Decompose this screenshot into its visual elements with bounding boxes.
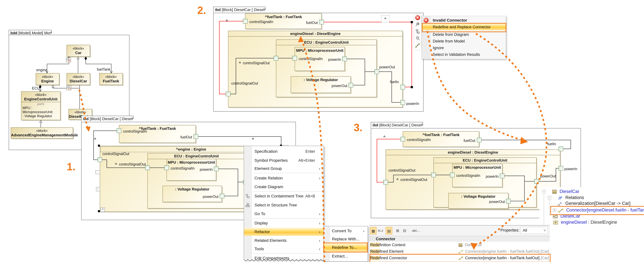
block-icon — [552, 190, 557, 194]
menu-item-select-in-structure-tree[interactable]: Select in Structure Tree — [244, 201, 324, 209]
ibd2-port-engine-powerin[interactable] — [400, 100, 405, 105]
find-in-diagram-button[interactable] — [414, 21, 422, 28]
ibd3-invalid-connector-controlsignal — [377, 139, 400, 182]
sort-alphabetic-icon[interactable]: A↓z — [377, 227, 384, 234]
containment-tree-icon — [246, 194, 250, 198]
tree-expand-toggle[interactable]: + — [553, 208, 556, 212]
submenu-item-redefine-to[interactable]: Redefine To... — [324, 244, 368, 252]
menu-separator — [253, 253, 322, 254]
popup-title: Invalid Connector — [433, 18, 467, 23]
ibd1-port-mpu-powerin[interactable] — [214, 166, 218, 171]
properties-filter-label: Properties: — [500, 228, 520, 232]
generalization-triangle — [77, 57, 79, 59]
diagram-anchor-icon[interactable] — [66, 86, 71, 90]
connector-endpoint — [411, 86, 413, 88]
popup-item-redefine-and-replace[interactable]: Redefine and Replace Connector — [422, 24, 506, 30]
connector-tool-button[interactable] — [414, 42, 422, 49]
ibd3-port-mpu-powerin[interactable] — [500, 174, 504, 178]
ibd1-port-controlsignalin[interactable] — [117, 128, 121, 133]
ibd3-port-engine-powerin[interactable] — [558, 166, 563, 170]
ibd3-port-ecu-controlsignalout[interactable] — [431, 173, 436, 177]
anchor-dots-icon[interactable]: … — [96, 170, 100, 174]
ibd2-invalid-connector-fuel — [324, 22, 412, 87]
inherited-caret: ^ — [94, 137, 96, 142]
ibd2-port-mpu-powerin[interactable] — [342, 56, 347, 61]
diagram-anchor-icon[interactable] — [66, 58, 71, 62]
inherited-caret: ^ — [252, 137, 254, 142]
ibd1-port-engine-controlsignalout[interactable] — [98, 158, 102, 162]
property-row-redefined-element[interactable]: Redefined Element Connector[engine.fuelI… — [369, 248, 550, 255]
ibd1-port-mpu-controlsignalin[interactable] — [164, 166, 169, 170]
ibd2-port-engine-controlsignalout[interactable] — [226, 92, 230, 96]
abc-icon[interactable]: abc… — [412, 227, 419, 234]
tree-item-enginediesel[interactable]: P engineDiesel : DieselEngine — [553, 219, 617, 225]
menu-item-specification[interactable]: SpecificationEnter — [244, 148, 324, 156]
ibd2-port-vr-powerout[interactable] — [348, 83, 353, 88]
validation-error-button[interactable]: ✕ — [414, 14, 422, 21]
ibd3-port-fuelout[interactable] — [477, 138, 482, 142]
collapse-all-icon[interactable]: ⊟ — [401, 227, 408, 234]
popup-item-delete-from-diagram[interactable]: Delete from Diagram — [422, 31, 506, 38]
menu-item-create-relation[interactable]: Create Relation› — [244, 174, 324, 182]
composite-diamond — [84, 57, 87, 60]
ibd3-port-mpu-controlsignalin[interactable] — [450, 173, 454, 177]
menu-item-refactor[interactable]: Refactor› — [244, 228, 324, 236]
properties-section-connector[interactable]: − Connector — [369, 236, 550, 242]
port-label-powerin: powerIn — [406, 102, 419, 106]
compact-view-icon[interactable]: ▤ — [386, 227, 392, 234]
ibd1-connector-power — [218, 169, 238, 196]
menu-separator — [253, 218, 322, 218]
magnifier-icon — [415, 22, 420, 27]
ibd2-port-controlsignalin[interactable] — [243, 19, 248, 24]
menu-item-tools[interactable]: Tools› — [244, 245, 324, 253]
validation-toolbar: ✕ — [414, 14, 422, 50]
ibd2-port-ecu-controlsignalout[interactable] — [274, 56, 278, 60]
ibd3-port-engine-controlsignalout[interactable] — [383, 180, 388, 184]
tree-item-dieselcar[interactable]: DieselCar — [552, 188, 579, 194]
ibd1-port-fuelout[interactable] — [194, 134, 198, 139]
collapse-minus-icon[interactable]: − — [96, 187, 100, 191]
zoom-out-button[interactable] — [414, 35, 422, 42]
ibd2-port-fuelout[interactable] — [319, 20, 324, 24]
popup-item-ignore[interactable]: Ignore — [422, 44, 506, 51]
menu-item-related-elements[interactable]: Related Elements› — [244, 236, 324, 244]
tree-item-dieselcar-diagram[interactable]: DieselCar — [553, 213, 580, 219]
popup-item-delete-from-model[interactable]: Delete from Model — [422, 38, 506, 44]
tree-collapse-toggle[interactable]: − — [542, 190, 546, 193]
ibd3-port-controlsignalin[interactable] — [400, 137, 405, 142]
ibd3-port-ecu-powerout[interactable] — [534, 179, 539, 184]
tree-item-generalization[interactable]: Generalization[DieselCar -> Car] — [558, 200, 630, 206]
tree-item-connector[interactable]: Connector[engineDiesel.fuelIn - fuelTank… — [558, 207, 644, 213]
section-collapse-icon[interactable]: − — [370, 237, 374, 241]
property-row-redefined-connector[interactable]: Redefined Connector Connector[engine.fue… — [369, 255, 550, 262]
menu-item-go-to[interactable]: Go To› — [244, 210, 324, 218]
ibd2-port-mpu-controlsignalin[interactable] — [292, 56, 297, 60]
ibd3-port-engine-fuelin[interactable] — [558, 146, 563, 151]
ibd2-port-ecu-powerout[interactable] — [374, 69, 379, 74]
expand-all-icon[interactable]: ⊞ — [394, 227, 401, 234]
menu-item-select-in-containment-tree[interactable]: Select in Containment TreeAlt+B — [244, 192, 324, 200]
open-containment-button[interactable] — [414, 28, 422, 35]
properties-filter-dropdown[interactable]: All ˅ — [520, 227, 548, 234]
selection-handle[interactable] — [98, 145, 100, 147]
port-label-powerout: powerOut — [480, 200, 505, 204]
tree-item-relations[interactable]: Relations — [558, 195, 584, 200]
refactor-submenu: Convert To› Replace With... Redefine To.… — [324, 226, 368, 262]
popup-item-select-in-validation-results[interactable]: Select in Validation Results — [422, 51, 506, 58]
ibd2-port-engine-fuelin[interactable] — [400, 85, 405, 89]
menu-item-symbol-properties[interactable]: Symbol PropertiesAlt+Enter — [244, 156, 324, 164]
port-label-powerin: powerIn — [190, 168, 213, 172]
submenu-item-convert-to[interactable]: Convert To› — [324, 227, 368, 235]
menu-item-element-group[interactable]: Element Group› — [244, 164, 324, 173]
ibd3-port-vr-powerout[interactable] — [506, 199, 511, 204]
properties-panel: ▦ A↓z ▤ ⊞ ⊟ abc… Properties: All ˅ − Con… — [369, 225, 550, 262]
property-row-redefinition-context[interactable]: Redefinition Context DieselCar — [369, 242, 550, 248]
tree-collapse-toggle[interactable]: − — [548, 196, 551, 199]
submenu-item-extract[interactable]: Extract... — [324, 252, 368, 260]
selection-handle[interactable] — [98, 210, 100, 212]
ibd1-port-vr-powerout[interactable] — [220, 194, 224, 198]
categorized-view-icon[interactable]: ▦ — [370, 227, 376, 234]
menu-item-create-diagram[interactable]: Create Diagram — [244, 183, 324, 191]
menu-item-display[interactable]: Display› — [244, 219, 324, 227]
submenu-item-replace-with[interactable]: Replace With... — [324, 235, 368, 243]
